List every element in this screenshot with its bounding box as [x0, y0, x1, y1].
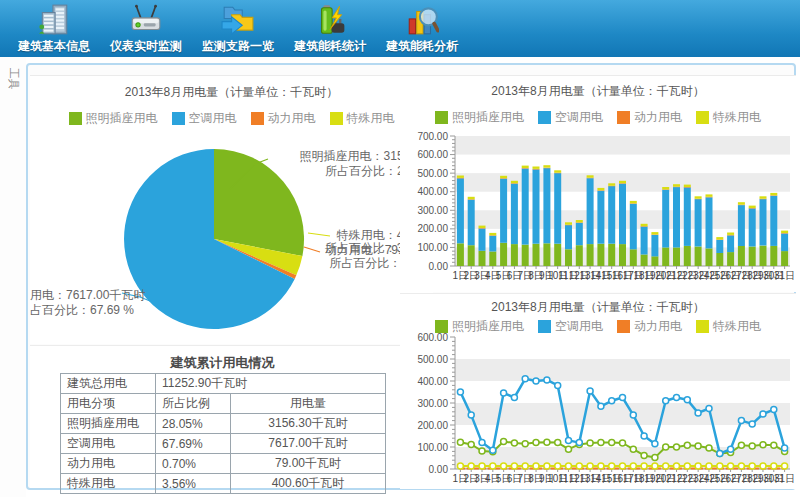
line-point-special-day3[interactable] [479, 463, 485, 469]
bar-segment-power-day29[interactable] [760, 199, 767, 200]
bar-segment-power-day7[interactable] [522, 168, 529, 169]
bar-segment-special-day11[interactable] [565, 222, 572, 224]
bar-segment-power-day19[interactable] [651, 235, 658, 236]
bar-segment-ac-day8[interactable] [533, 169, 540, 243]
line-point-ac-day18[interactable] [641, 433, 647, 439]
bar-segment-lighting-day17[interactable] [630, 249, 637, 266]
line-point-special-day11[interactable] [566, 463, 572, 469]
bar-segment-power-day28[interactable] [749, 208, 756, 209]
bar-segment-ac-day10[interactable] [554, 173, 561, 244]
line-point-ac-day5[interactable] [501, 390, 507, 396]
bar-segment-ac-day12[interactable] [576, 223, 583, 245]
line-point-special-day16[interactable] [620, 463, 626, 469]
line-point-special-day12[interactable] [576, 463, 582, 469]
bar-segment-lighting-day6[interactable] [511, 244, 518, 266]
line-point-lighting-day11[interactable] [566, 446, 572, 452]
bar-segment-power-day18[interactable] [641, 226, 648, 227]
bar-segment-lighting-day2[interactable] [468, 245, 475, 266]
bar-segment-ac-day5[interactable] [500, 179, 507, 243]
line-point-ac-day9[interactable] [544, 377, 550, 383]
bar-segment-special-day5[interactable] [500, 176, 507, 178]
bar-segment-lighting-day28[interactable] [749, 247, 756, 267]
line-point-lighting-day2[interactable] [468, 441, 474, 447]
line-point-ac-day16[interactable] [620, 395, 626, 401]
line-point-lighting-day1[interactable] [457, 439, 463, 445]
bar-segment-special-day4[interactable] [489, 233, 496, 235]
line-point-lighting-day22[interactable] [684, 442, 690, 448]
toolbar-button-analysis[interactable]: 建筑能耗分析 [376, 0, 468, 55]
bar-segment-lighting-day1[interactable] [457, 243, 464, 266]
bar-segment-lighting-day12[interactable] [576, 245, 583, 266]
bar-segment-ac-day2[interactable] [468, 200, 475, 246]
line-point-lighting-day20[interactable] [663, 444, 669, 450]
bar-segment-power-day3[interactable] [479, 228, 486, 229]
bar-segment-power-day17[interactable] [630, 203, 637, 204]
bar-segment-lighting-day4[interactable] [489, 252, 496, 267]
bar-segment-lighting-day19[interactable] [651, 256, 658, 266]
line-point-ac-day11[interactable] [566, 437, 572, 443]
bar-segment-ac-day6[interactable] [511, 184, 518, 244]
line-point-special-day30[interactable] [771, 463, 777, 469]
bar-segment-special-day23[interactable] [695, 196, 702, 198]
bar-segment-power-day14[interactable] [597, 190, 604, 191]
line-point-ac-day15[interactable] [609, 398, 615, 404]
bar-segment-special-day3[interactable] [479, 226, 486, 228]
line-point-lighting-day27[interactable] [738, 442, 744, 448]
bar-segment-power-day12[interactable] [576, 223, 583, 224]
toolbar-button-meter[interactable]: 仪表实时监测 [100, 0, 192, 55]
line-point-lighting-day17[interactable] [630, 446, 636, 452]
bar-segment-special-day16[interactable] [619, 181, 626, 183]
bar-segment-lighting-day14[interactable] [597, 244, 604, 266]
bar-segment-power-day25[interactable] [716, 240, 723, 241]
bar-segment-special-day7[interactable] [522, 166, 529, 168]
line-point-special-day5[interactable] [501, 463, 507, 469]
bar-segment-ac-day16[interactable] [619, 184, 626, 244]
bar-segment-special-day12[interactable] [576, 220, 583, 222]
bar-segment-ac-day18[interactable] [641, 227, 648, 255]
line-point-ac-day3[interactable] [479, 440, 485, 446]
line-point-special-day29[interactable] [760, 463, 766, 469]
bar-segment-ac-day3[interactable] [479, 229, 486, 251]
line-point-special-day13[interactable] [587, 463, 593, 469]
toolbar-button-folder-arrow[interactable]: 监测支路一览 [192, 0, 284, 55]
line-point-special-day27[interactable] [738, 463, 744, 469]
bar-segment-lighting-day24[interactable] [706, 248, 713, 266]
bar-segment-lighting-day30[interactable] [770, 246, 777, 266]
bar-segment-ac-day23[interactable] [695, 199, 702, 246]
line-point-special-day8[interactable] [533, 463, 539, 469]
line-point-special-day28[interactable] [749, 463, 755, 469]
bar-segment-power-day10[interactable] [554, 173, 561, 174]
bar-segment-special-day10[interactable] [554, 170, 561, 172]
bar-segment-power-day13[interactable] [587, 178, 594, 179]
bar-segment-power-day21[interactable] [673, 187, 680, 188]
bar-segment-ac-day7[interactable] [522, 169, 529, 245]
bar-segment-ac-day1[interactable] [457, 178, 464, 243]
bar-segment-power-day24[interactable] [706, 197, 713, 198]
toolbar-button-battery[interactable]: 建筑能耗统计 [284, 0, 376, 55]
line-point-lighting-day30[interactable] [771, 442, 777, 448]
line-point-lighting-day21[interactable] [674, 444, 680, 450]
line-point-special-day9[interactable] [544, 463, 550, 469]
line-point-lighting-day10[interactable] [555, 440, 561, 446]
line-point-lighting-day16[interactable] [620, 440, 626, 446]
toolbar-button-building[interactable]: 建筑基本信息 [8, 0, 100, 55]
bar-segment-lighting-day8[interactable] [533, 244, 540, 266]
bar-segment-power-day5[interactable] [500, 178, 507, 179]
bar-segment-ac-day29[interactable] [760, 199, 767, 245]
bar-segment-lighting-day29[interactable] [760, 246, 767, 266]
line-point-special-day23[interactable] [695, 463, 701, 469]
bar-segment-ac-day14[interactable] [597, 191, 604, 244]
bar-segment-ac-day11[interactable] [565, 225, 572, 249]
bar-segment-special-day13[interactable] [587, 175, 594, 177]
line-point-ac-day25[interactable] [717, 451, 723, 457]
bar-segment-ac-day9[interactable] [543, 168, 550, 243]
line-point-lighting-day7[interactable] [522, 441, 528, 447]
line-point-ac-day23[interactable] [695, 410, 701, 416]
bar-segment-power-day30[interactable] [770, 195, 777, 196]
bar-segment-lighting-day23[interactable] [695, 247, 702, 267]
line-point-ac-day8[interactable] [533, 378, 539, 384]
line-point-ac-day6[interactable] [511, 395, 517, 401]
line-point-special-day17[interactable] [630, 463, 636, 469]
bar-segment-power-day4[interactable] [489, 235, 496, 236]
bar-segment-lighting-day31[interactable] [781, 251, 788, 266]
